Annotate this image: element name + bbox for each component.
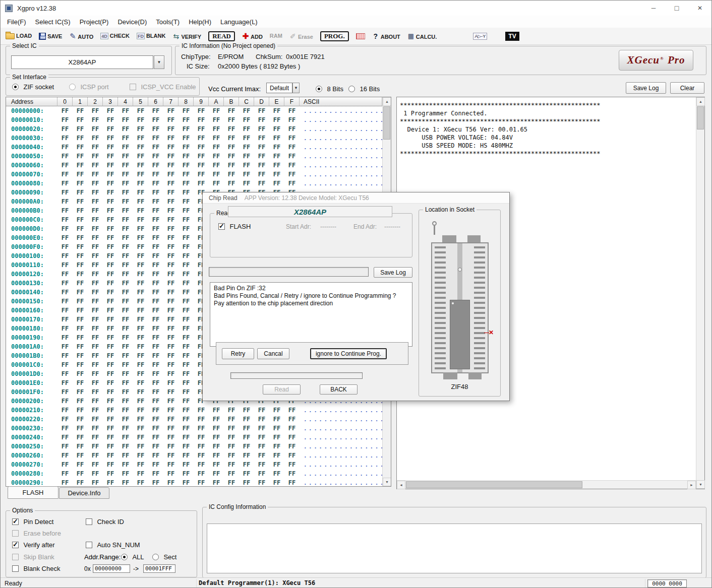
hex-byte-cell[interactable]: FF (88, 298, 103, 305)
hex-byte-cell[interactable]: FF (224, 171, 239, 178)
hex-byte-cell[interactable]: FF (118, 225, 133, 232)
hex-byte-cell[interactable]: FF (118, 388, 133, 396)
toolbar-erase[interactable]: ✐Erase (289, 32, 313, 40)
hex-byte-cell[interactable]: FF (194, 479, 209, 486)
hex-byte-cell[interactable]: FF (103, 216, 118, 223)
hex-byte-cell[interactable]: FF (57, 416, 73, 423)
hex-byte-cell[interactable]: FF (148, 116, 163, 123)
hex-byte-cell[interactable]: FF (194, 116, 209, 123)
hex-byte-cell[interactable]: FF (163, 116, 179, 123)
vcc-imax-combo[interactable]: Default (266, 83, 292, 93)
hex-byte-cell[interactable]: FF (118, 425, 133, 432)
hex-byte-cell[interactable]: FF (194, 153, 209, 160)
menu-language[interactable]: Language(L) (216, 17, 262, 27)
hex-byte-cell[interactable]: FF (148, 470, 163, 477)
hex-byte-cell[interactable]: FF (133, 271, 148, 278)
hex-byte-cell[interactable]: FF (88, 416, 103, 423)
hex-byte-cell[interactable]: FF (88, 116, 103, 123)
hex-byte-cell[interactable]: FF (57, 307, 73, 314)
minimize-icon[interactable] (642, 1, 665, 16)
hex-byte-cell[interactable]: FF (224, 135, 239, 142)
hex-byte-cell[interactable]: FF (118, 470, 133, 477)
hex-byte-cell[interactable]: FF (88, 171, 103, 178)
hex-byte-cell[interactable]: FF (133, 407, 148, 414)
hex-byte-cell[interactable]: FF (163, 461, 179, 468)
icsp-vcc-checkbox[interactable] (130, 84, 136, 90)
hex-byte-cell[interactable]: FF (194, 434, 209, 441)
hex-byte-cell[interactable]: FF (118, 416, 133, 423)
hex-byte-cell[interactable]: FF (179, 243, 194, 250)
hex-byte-cell[interactable]: FF (57, 262, 73, 269)
hex-byte-cell[interactable]: FF (73, 461, 88, 468)
toolbar-logic-gate-icon[interactable]: A▷-Y (473, 33, 487, 40)
hex-byte-cell[interactable]: FF (148, 289, 163, 296)
hex-byte-cell[interactable]: FF (118, 271, 133, 278)
hex-byte-cell[interactable]: FF (118, 370, 133, 377)
hex-byte-cell[interactable]: FF (133, 452, 148, 459)
hex-byte-cell[interactable]: FF (148, 298, 163, 305)
hex-byte-cell[interactable]: FF (269, 461, 284, 468)
hex-byte-cell[interactable]: FF (163, 225, 179, 232)
hex-ascii-cell[interactable]: ................ (300, 171, 382, 178)
hex-byte-cell[interactable]: FF (148, 325, 163, 332)
hex-byte-cell[interactable]: FF (118, 171, 133, 178)
hex-byte-cell[interactable]: FF (57, 198, 73, 205)
hex-byte-cell[interactable]: FF (73, 434, 88, 441)
hex-byte-cell[interactable]: FF (254, 125, 269, 133)
hex-byte-cell[interactable]: FF (224, 461, 239, 468)
hex-byte-cell[interactable]: FF (163, 370, 179, 377)
scroll-thumb[interactable] (383, 106, 390, 140)
pin-detect-checkbox[interactable] (12, 518, 19, 525)
hex-byte-cell[interactable]: FF (269, 425, 284, 432)
hex-byte-cell[interactable]: FF (148, 125, 163, 133)
hex-byte-cell[interactable]: FF (103, 125, 118, 133)
hex-byte-cell[interactable]: FF (284, 416, 300, 423)
hex-byte-cell[interactable]: FF (133, 425, 148, 432)
hex-byte-cell[interactable]: FF (148, 316, 163, 323)
hex-ascii-cell[interactable]: ................ (300, 480, 382, 486)
hex-byte-cell[interactable]: FF (148, 443, 163, 450)
hex-byte-cell[interactable]: FF (239, 443, 254, 450)
hex-byte-cell[interactable]: FF (163, 207, 179, 214)
hex-byte-cell[interactable]: FF (88, 180, 103, 187)
hex-byte-cell[interactable]: FF (224, 434, 239, 441)
hex-byte-cell[interactable]: FF (88, 289, 103, 296)
hex-byte-cell[interactable]: FF (284, 461, 300, 468)
hex-byte-cell[interactable]: FF (179, 171, 194, 178)
hex-byte-cell[interactable]: FF (103, 343, 118, 350)
ic-combo-dropdown-button[interactable] (154, 55, 164, 69)
hex-byte-cell[interactable]: FF (88, 153, 103, 160)
hex-byte-cell[interactable]: FF (284, 162, 300, 169)
hex-byte-cell[interactable]: FF (118, 398, 133, 405)
menu-select-ic[interactable]: Select IC(S) (31, 17, 75, 27)
hex-byte-cell[interactable]: FF (73, 189, 88, 196)
hex-byte-cell[interactable]: FF (57, 107, 73, 114)
hex-byte-cell[interactable]: FF (148, 171, 163, 178)
hex-byte-cell[interactable]: FF (73, 252, 88, 259)
hex-byte-cell[interactable]: FF (163, 425, 179, 432)
hex-byte-cell[interactable]: FF (224, 407, 239, 414)
menu-project[interactable]: Project(P) (75, 17, 113, 27)
hex-byte-cell[interactable]: FF (57, 135, 73, 142)
hex-byte-cell[interactable]: FF (148, 425, 163, 432)
hex-byte-cell[interactable]: FF (103, 234, 118, 241)
hex-byte-cell[interactable]: FF (148, 407, 163, 414)
hex-byte-cell[interactable]: FF (133, 334, 148, 341)
hex-ascii-cell[interactable]: ................ (300, 425, 382, 432)
hex-byte-cell[interactable]: FF (239, 162, 254, 169)
hex-byte-cell[interactable]: FF (88, 225, 103, 232)
hex-byte-cell[interactable]: FF (88, 316, 103, 323)
hex-byte-cell[interactable]: FF (73, 379, 88, 386)
hex-byte-cell[interactable]: FF (88, 243, 103, 250)
hex-byte-cell[interactable]: FF (209, 452, 224, 459)
hex-byte-cell[interactable]: FF (163, 298, 179, 305)
hex-byte-cell[interactable]: FF (148, 234, 163, 241)
hex-byte-cell[interactable]: FF (163, 434, 179, 441)
hex-byte-cell[interactable]: FF (254, 144, 269, 151)
hex-byte-cell[interactable]: FF (88, 479, 103, 486)
hex-byte-cell[interactable]: FF (209, 144, 224, 151)
hex-byte-cell[interactable]: FF (118, 452, 133, 459)
hex-byte-cell[interactable]: FF (103, 434, 118, 441)
hex-byte-cell[interactable]: FF (103, 144, 118, 151)
hex-byte-cell[interactable]: FF (224, 479, 239, 486)
